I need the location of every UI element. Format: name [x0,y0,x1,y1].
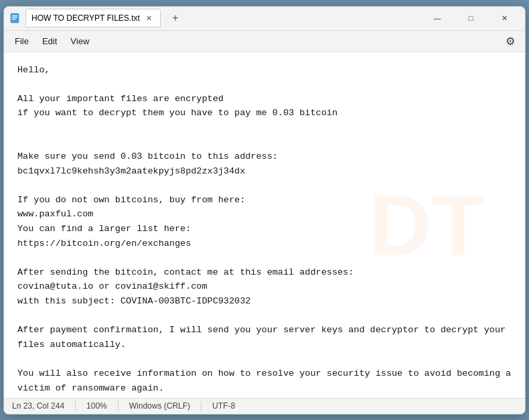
text-editor-content[interactable]: DT Hello, All your important files are e… [4,52,525,398]
status-bar: Ln 23, Col 244 100% Windows (CRLF) UTF-8 [4,398,525,414]
maximize-button[interactable]: □ [455,6,486,30]
new-tab-button[interactable]: + [166,9,185,27]
cursor-position: Ln 23, Col 244 [12,401,76,411]
title-bar-left: HOW TO DECRYPT FILES.txt ✕ + [9,9,422,27]
app-icon [9,13,20,23]
menu-view[interactable]: View [65,33,94,49]
editor-text: Hello, All your important files are encr… [17,63,512,398]
svg-rect-3 [12,19,15,19]
encoding: UTF-8 [202,401,246,411]
menu-items: File Edit View [9,33,94,49]
menu-edit[interactable]: Edit [37,33,62,49]
svg-rect-2 [12,17,17,18]
line-ending: Windows (CRLF) [119,401,202,411]
tab-close-button[interactable]: ✕ [144,13,155,23]
window-controls: — □ ✕ [422,6,520,30]
svg-rect-1 [12,15,17,16]
menu-file[interactable]: File [9,33,34,49]
minimize-button[interactable]: — [422,6,453,30]
svg-rect-0 [11,13,19,23]
close-button[interactable]: ✕ [489,6,520,30]
title-bar: HOW TO DECRYPT FILES.txt ✕ + — □ ✕ [4,7,525,31]
zoom-level: 100% [76,401,119,411]
app-window: HOW TO DECRYPT FILES.txt ✕ + — □ ✕ File … [3,6,526,415]
active-tab[interactable]: HOW TO DECRYPT FILES.txt ✕ [25,9,161,27]
menu-bar: File Edit View ⚙ [4,31,525,52]
tab-title: HOW TO DECRYPT FILES.txt [31,13,140,23]
settings-button[interactable]: ⚙ [501,31,520,50]
